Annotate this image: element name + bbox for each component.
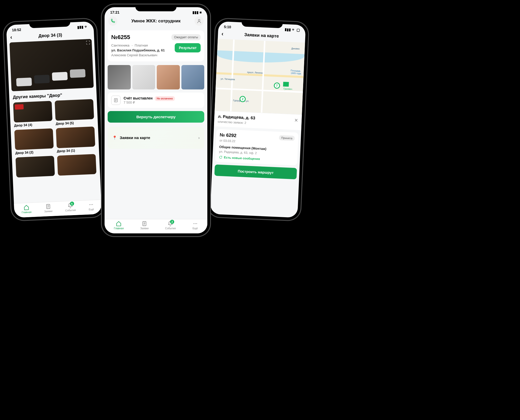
- camera-thumb[interactable]: Двор 34 (1): [56, 126, 95, 153]
- tab-bar: Главная Заявки 2 События Ещё: [105, 219, 207, 233]
- status-time: 5:10: [224, 25, 231, 29]
- tab-requests[interactable]: Заявки: [44, 204, 53, 213]
- home-icon: [23, 205, 29, 211]
- tab-requests[interactable]: Заявки: [140, 221, 148, 230]
- map-link-label: Заявки на карте: [120, 135, 150, 140]
- status-icons: ▮▮▮ᯤ: [76, 25, 88, 29]
- map-label: Гринвич: [283, 87, 292, 90]
- pin-icon: 📍: [112, 135, 117, 140]
- phone-right: 5:10 ▮▮▮ᯤ▢ ‹ Заявки на карте Динамо Площ…: [207, 19, 308, 221]
- camera-section-title: Другие камеры "Двор": [13, 91, 93, 100]
- status-chip: Ожидает оплаты: [171, 34, 201, 40]
- profile-button[interactable]: [194, 16, 204, 26]
- build-route-button[interactable]: Построить маршрут: [214, 165, 297, 179]
- chevron-right-icon: ›: [198, 135, 200, 140]
- phone-icon: [110, 19, 115, 24]
- tab-events[interactable]: 5 События: [65, 203, 76, 212]
- photo-thumb[interactable]: [132, 65, 155, 89]
- document-icon: [142, 221, 147, 226]
- tab-label: Главная: [114, 227, 124, 230]
- status-time: 17:21: [110, 10, 119, 14]
- fullscreen-icon[interactable]: ⛶: [86, 41, 90, 45]
- call-button[interactable]: [108, 16, 117, 26]
- camera-thumb[interactable]: [57, 154, 96, 176]
- app-title: Умное ЖКХ: сотрудник: [131, 19, 181, 24]
- invoice-icon: [111, 96, 120, 105]
- address-title: л. Радищева, д. 63: [218, 114, 255, 120]
- request-address: ул. Василия Подшибякина, д. 61: [111, 48, 165, 53]
- user-icon: [197, 19, 202, 24]
- status-bar: 17:21 ▮▮▮■: [105, 7, 207, 15]
- invoice-card[interactable]: Счёт выставленНе оплачено 7 500 ₽: [108, 93, 204, 108]
- tab-label: События: [165, 227, 176, 230]
- tab-label: Главная: [22, 211, 32, 214]
- back-icon[interactable]: ‹: [10, 34, 12, 41]
- dots-icon: [88, 202, 94, 208]
- tab-bar: Главная Заявки 5 События Ещё: [14, 199, 102, 218]
- chat-icon: [219, 155, 222, 159]
- request-category: Сантехника: [111, 43, 129, 47]
- photo-thumb[interactable]: [181, 65, 205, 89]
- phone-left: 18:52 ▮▮▮ᯤ ‹ Двор 34 (3) ⛶ Другие камеры…: [3, 19, 104, 221]
- map-label: ул. Татищева: [221, 78, 235, 81]
- map-marker[interactable]: 7: [274, 83, 280, 89]
- map-link-card[interactable]: 📍Заявки на карте ›: [108, 127, 204, 149]
- camera-label: Двор 34 (5): [55, 120, 94, 126]
- photo-strip: [108, 65, 204, 89]
- address-subtitle: оличество заявок: 2: [218, 120, 255, 125]
- request-number: № 6292: [220, 132, 237, 139]
- phone-center: 17:21 ▮▮▮■ Умное ЖКХ: сотрудник №6255 Ож…: [102, 5, 210, 236]
- svg-point-9: [196, 223, 197, 224]
- svg-point-8: [195, 223, 196, 224]
- camera-main-view[interactable]: ⛶: [10, 39, 94, 91]
- map-view[interactable]: Динамо Площадь 1905 года Гринвич просп. …: [215, 39, 305, 115]
- tab-more[interactable]: Ещё: [192, 221, 198, 230]
- badge: 5: [70, 202, 74, 206]
- map-label: Динамо: [291, 47, 300, 50]
- camera-thumb[interactable]: Двор 34 (2): [14, 128, 54, 155]
- camera-label: Двор 34 (2): [15, 149, 54, 155]
- document-icon: [45, 204, 51, 209]
- svg-point-3: [92, 204, 93, 205]
- camera-thumb[interactable]: Двор 34 (5): [55, 99, 94, 125]
- tab-home[interactable]: Главная: [114, 221, 124, 230]
- status-icons: ▮▮▮ᯤ▢: [284, 27, 300, 32]
- back-icon[interactable]: ‹: [221, 31, 224, 37]
- invoice-badge: Не оплачено: [155, 96, 175, 101]
- status-chip: Принята: [279, 135, 295, 141]
- camera-thumb[interactable]: Двор 34 (4): [13, 101, 53, 127]
- close-icon[interactable]: ✕: [294, 117, 298, 123]
- result-button[interactable]: Результат: [175, 43, 201, 52]
- camera-thumb[interactable]: [15, 156, 55, 177]
- tab-label: Заявки: [140, 227, 148, 230]
- return-dispatcher-button[interactable]: Вернуть диспетчеру: [108, 111, 204, 123]
- photo-thumb[interactable]: [157, 65, 180, 89]
- tab-label: События: [65, 209, 76, 212]
- map-current-location-icon: [283, 82, 289, 87]
- request-card: №6255 Ожидает оплаты Сантехника → Платна…: [108, 30, 204, 61]
- photo-thumb[interactable]: [108, 65, 131, 89]
- map-label: 1905 года: [291, 72, 301, 75]
- tab-more[interactable]: Ещё: [88, 202, 94, 211]
- tab-label: Ещё: [192, 227, 198, 230]
- request-number: №6255: [111, 34, 130, 41]
- home-icon: [116, 221, 122, 226]
- request-person: Алексеев Сергей Васильевич: [111, 53, 165, 58]
- request-card[interactable]: № 6292 Принята от 03.03.22 Общие помещен…: [215, 129, 299, 166]
- dots-icon: [192, 221, 198, 226]
- status-icons: ▮▮▮■: [191, 10, 202, 14]
- badge: 2: [170, 220, 174, 224]
- camera-label: Двор 34 (1): [57, 148, 96, 153]
- invoice-title: Счёт выставлен: [124, 96, 153, 100]
- svg-point-7: [193, 223, 194, 224]
- page-title: Двор 34 (3): [38, 32, 62, 39]
- svg-point-1: [89, 204, 90, 205]
- status-time: 18:52: [12, 28, 21, 32]
- camera-label: Двор 34 (4): [14, 122, 53, 127]
- tab-events[interactable]: 2 События: [165, 221, 176, 230]
- new-messages[interactable]: Есть новые сообщения: [219, 155, 294, 162]
- tab-label: Заявки: [44, 210, 53, 213]
- svg-point-2: [91, 204, 91, 205]
- page-title: Заявки на карте: [244, 32, 279, 39]
- tab-home[interactable]: Главная: [21, 204, 32, 214]
